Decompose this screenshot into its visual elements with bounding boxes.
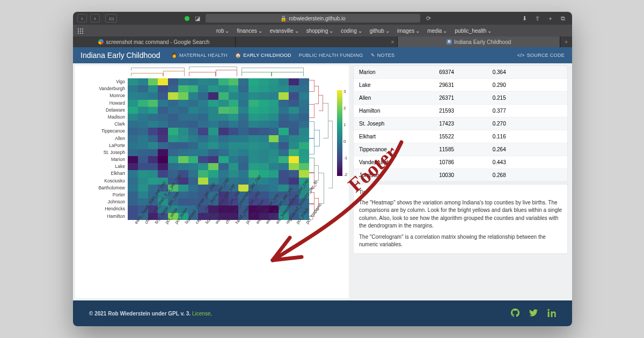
sidebar-toggle-button[interactable]: ▭ <box>105 14 117 23</box>
table-row: Vanderburgh107860.443 <box>354 156 567 168</box>
apps-grid-icon[interactable] <box>77 28 83 34</box>
heatmap-x-labels: early_head_start_per_capchild_care_slots… <box>128 222 310 300</box>
new-tab-button[interactable]: ＋ <box>560 36 572 47</box>
source-code-link[interactable]: </>SOURCE CODE <box>517 53 565 58</box>
chevron-down-icon: ⌄ <box>225 28 229 34</box>
bookmarks-bar: rob ⌄ finances ⌄ evansville ⌄ shopping ⌄… <box>73 25 572 36</box>
tab-label: screenshot mac command - Google Search <box>106 39 209 45</box>
github-icon[interactable] <box>511 308 519 319</box>
window-maximize-button[interactable] <box>185 16 189 21</box>
person-icon: 👩 <box>171 53 177 58</box>
bookmark-item[interactable]: evansville ⌄ <box>270 28 299 34</box>
table-cell: Marion <box>359 69 439 75</box>
table-cell: 69374 <box>439 69 492 75</box>
bookmark-item[interactable]: images ⌄ <box>397 28 420 34</box>
reload-button[interactable]: ⟳ <box>423 14 433 23</box>
chevron-down-icon: ⌄ <box>487 28 492 34</box>
table-cell: 0.270 <box>493 121 562 127</box>
table-cell: 29631 <box>439 82 492 88</box>
heatmap-chart: VigoVanderburghMonroeHowardDelawareMadis… <box>75 65 349 298</box>
bookmark-item[interactable]: finances ⌄ <box>237 28 262 34</box>
license-link[interactable]: License <box>192 311 210 317</box>
bookmark-item[interactable]: rob ⌄ <box>216 28 229 34</box>
nav-early-childhood[interactable]: 🏠EARLY CHILDHOOD <box>235 53 291 58</box>
close-tab-icon[interactable]: × <box>391 39 394 45</box>
colorbar <box>337 90 342 176</box>
nav-forward-button[interactable]: › <box>90 14 100 23</box>
table-cell: Hamilton <box>359 108 439 114</box>
nav-notes[interactable]: ✎NOTES <box>371 53 395 58</box>
chevron-down-icon: ⌄ <box>358 28 362 34</box>
heatmap-y-labels: VigoVanderburghMonroeHowardDelawareMadis… <box>75 78 127 220</box>
table-cell: 15522 <box>439 134 492 139</box>
bookmark-item[interactable]: media ⌄ <box>427 28 447 34</box>
table-cell: 0.116 <box>493 134 562 139</box>
lock-icon: 🔒 <box>280 16 287 21</box>
bookmark-item[interactable]: public_health ⌄ <box>455 28 492 34</box>
table-row: Johnson100300.268 <box>354 168 567 181</box>
table-cell: Allen <box>359 95 439 101</box>
bookmark-item[interactable]: coding ⌄ <box>341 28 362 34</box>
table-cell: 0.268 <box>493 172 562 178</box>
table-cell: Elkhart <box>359 134 439 139</box>
browser-tab[interactable]: screenshot mac command - Google Search <box>73 36 236 47</box>
chevron-down-icon: ⌄ <box>258 28 262 34</box>
nav-back-button[interactable]: ‹ <box>77 14 87 23</box>
tip-paragraph: The "Heatmap" shows the variation among … <box>359 199 562 230</box>
table-row: Marion693740.364 <box>354 66 567 78</box>
colorbar-ticks: 3210-1-2 <box>343 89 347 177</box>
site-title: Indiana Early Childhood <box>80 51 160 60</box>
tip-box: Tip The "Heatmap" shows the variation am… <box>353 184 568 254</box>
favicon-google-icon <box>98 39 104 45</box>
table-cell: 11585 <box>439 146 492 152</box>
table-row: St. Joseph174230.270 <box>354 117 567 130</box>
footer-copyright: © 2021 Rob Wiederstein under GPL v. 3. L… <box>89 311 212 317</box>
new-tab-button[interactable]: ＋ <box>545 14 555 23</box>
bookmark-item[interactable]: shopping ⌄ <box>306 28 334 34</box>
tab-overview-button[interactable]: ⧉ <box>558 14 568 23</box>
chevron-down-icon: ⌄ <box>385 28 390 34</box>
browser-tab[interactable]: R Indiana Early Childhood <box>398 36 560 47</box>
table-cell: 0.443 <box>493 159 562 165</box>
twitter-icon[interactable] <box>529 308 538 319</box>
url-host: robwiederstein.github.io <box>289 16 346 21</box>
chevron-down-icon: ⌄ <box>295 28 299 34</box>
chevron-down-icon: ⌄ <box>415 28 420 34</box>
site-header: Indiana Early Childhood 👩MATERNAL HEALTH… <box>73 47 572 63</box>
pencil-icon: ✎ <box>371 53 375 58</box>
table-cell: Johnson <box>359 172 439 178</box>
share-icon[interactable]: ⇪ <box>532 14 542 23</box>
table-cell: 10786 <box>439 159 492 165</box>
table-row: Lake296310.290 <box>354 78 567 91</box>
download-icon[interactable]: ⬇ <box>519 14 529 23</box>
tab-label: Indiana Early Childhood <box>454 39 511 45</box>
table-cell: St. Joseph <box>359 121 439 127</box>
address-bar[interactable]: 🔒 robwiederstein.github.io <box>206 14 420 23</box>
table-row: Hamilton215930.377 <box>354 104 567 117</box>
table-cell: Tippecanoe <box>359 146 439 152</box>
table-cell: Lake <box>359 82 439 88</box>
chevron-down-icon: ⌄ <box>443 28 447 34</box>
linkedin-icon[interactable] <box>547 308 556 319</box>
bookmark-item[interactable]: github ⌄ <box>370 28 390 34</box>
home-icon: 🏠 <box>235 53 241 58</box>
chevron-down-icon: ⌄ <box>329 28 333 34</box>
county-data-table: Marion693740.364Lake296310.290Allen26371… <box>353 65 568 182</box>
table-cell: 0.264 <box>493 146 562 152</box>
table-cell: 0.364 <box>493 69 562 75</box>
table-row: Elkhart155220.116 <box>354 130 567 143</box>
dendrogram-right <box>309 78 334 220</box>
site-footer: © 2021 Rob Wiederstein under GPL v. 3. L… <box>73 300 572 326</box>
nav-public-health-funding[interactable]: PUBLIC HEALTH FUNDING <box>299 53 363 58</box>
table-cell: 0.290 <box>493 82 562 88</box>
table-cell: 0.215 <box>493 95 562 101</box>
favicon-r-icon: R <box>447 39 452 45</box>
tip-title: Tip <box>359 189 562 197</box>
table-cell: 0.377 <box>493 108 562 114</box>
tab-strip: screenshot mac command - Google Search ×… <box>73 36 572 47</box>
dendrogram-top <box>129 65 311 77</box>
privacy-shield-icon[interactable]: ◪ <box>193 14 202 23</box>
table-cell: 26371 <box>439 95 492 101</box>
nav-maternal-health[interactable]: 👩MATERNAL HEALTH <box>171 53 228 58</box>
browser-tab[interactable]: × <box>236 36 398 47</box>
